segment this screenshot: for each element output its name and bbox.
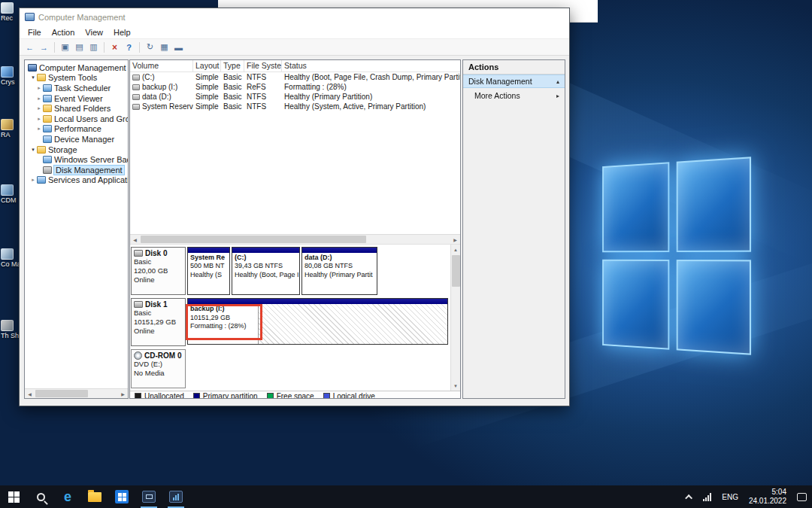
forward-icon[interactable]: → — [38, 41, 50, 53]
tree-horizontal-scrollbar[interactable]: ◀ ▶ — [25, 388, 128, 398]
export-list-icon[interactable]: ▤ — [73, 41, 86, 53]
desktop-icon[interactable]: Crys — [1, 66, 20, 87]
scroll-down-icon[interactable]: ▼ — [451, 381, 460, 391]
column-type[interactable]: Type — [221, 60, 244, 71]
delete-icon[interactable]: × — [108, 41, 121, 53]
show-console-tree-icon[interactable]: ▣ — [59, 41, 71, 53]
cdrom-label[interactable]: CD-ROM 0 DVD (E:) No Media — [131, 349, 186, 388]
partition-system-reserved[interactable]: System Re 500 MB NT Healthy (S — [187, 247, 230, 295]
chevron-down-icon[interactable]: ▾ — [29, 75, 37, 81]
column-status[interactable]: Status — [282, 60, 460, 71]
task-scheduler-icon — [43, 84, 52, 92]
tray-language[interactable]: ENG — [717, 485, 744, 508]
table-row[interactable]: (C:) Simple Basic NTFS Healthy (Boot, Pa… — [130, 72, 460, 82]
collapse-icon[interactable]: ▴ — [556, 78, 559, 85]
cdrom-row: CD-ROM 0 DVD (E:) No Media — [131, 349, 450, 388]
chevron-right-icon[interactable]: ▸ — [35, 105, 43, 111]
taskbar-file-explorer-button[interactable] — [81, 485, 108, 508]
tree-item-label: Services and Applications — [48, 175, 128, 184]
tree-item-task-scheduler[interactable]: ▸ Task Scheduler — [25, 83, 128, 93]
help-icon[interactable]: ? — [123, 41, 135, 53]
window-content: Computer Management (Local ▾ System Tool… — [20, 58, 569, 399]
scrollbar-thumb[interactable] — [141, 236, 366, 243]
tray-clock[interactable]: 5:04 24.01.2022 — [744, 485, 792, 508]
windows-logo-pane — [602, 260, 669, 350]
tree-item-label: Task Scheduler — [54, 84, 111, 93]
disk1-label[interactable]: Disk 1 Basic 10151,29 GB Online — [131, 298, 186, 346]
taskbar-app-button[interactable] — [162, 485, 189, 508]
tree-item-system-tools[interactable]: ▾ System Tools — [25, 73, 128, 84]
partition-c[interactable]: (C:) 39,43 GB NTFS Healthy (Boot, Page I — [232, 247, 300, 295]
tree-item-label: Storage — [48, 145, 77, 154]
cell-type: Basic — [221, 83, 244, 91]
tray-network[interactable] — [698, 485, 717, 508]
chevron-right-icon[interactable]: ▸ — [35, 116, 43, 122]
chevron-down-icon[interactable]: ▾ — [29, 147, 37, 153]
scroll-right-icon[interactable]: ▶ — [118, 389, 128, 398]
scroll-up-icon[interactable]: ▲ — [451, 245, 460, 254]
desktop-icon[interactable]: Rec — [1, 2, 20, 23]
back-icon[interactable]: ← — [23, 41, 36, 53]
tree-item-device-manager[interactable]: Device Manager — [25, 134, 128, 144]
chevron-right-icon[interactable]: ▸ — [35, 96, 43, 102]
scrollbar-thumb[interactable] — [35, 390, 88, 397]
start-button[interactable] — [0, 485, 27, 508]
tree-item-local-users-groups[interactable]: ▸ Local Users and Groups — [25, 114, 128, 124]
tray-action-center[interactable] — [792, 485, 812, 508]
scroll-left-icon[interactable]: ◀ — [25, 389, 35, 398]
refresh-icon[interactable]: ↻ — [144, 41, 156, 53]
chevron-right-icon[interactable]: ▸ — [29, 177, 37, 183]
desktop-icon[interactable]: Th Sh — [1, 320, 20, 340]
folder-icon — [88, 492, 102, 502]
tree-item-storage[interactable]: ▾ Storage — [25, 144, 128, 155]
legend-logical-drive: Logical drive — [323, 392, 375, 399]
partition-backup-i[interactable]: backup (I:) 10151,29 GB Formatting : (28… — [187, 298, 448, 345]
tree-item-services-applications[interactable]: ▸ Services and Applications — [25, 175, 128, 186]
disk-view-icon[interactable]: ▬ — [172, 41, 185, 53]
column-file-system[interactable]: File System — [244, 60, 282, 71]
disk-icon — [134, 301, 143, 308]
chevron-right-icon[interactable]: ▸ — [35, 85, 43, 91]
tree-item-event-viewer[interactable]: ▸ Event Viewer — [25, 93, 128, 104]
scroll-right-icon[interactable]: ▶ — [450, 235, 460, 244]
menu-action[interactable]: Action — [47, 27, 80, 38]
taskbar-store-button[interactable] — [108, 485, 135, 508]
column-volume[interactable]: Volume — [130, 60, 193, 71]
table-row[interactable]: backup (I:) Simple Basic ReFS Formatting… — [130, 82, 460, 92]
tree-item-root[interactable]: Computer Management (Local — [25, 62, 128, 73]
details-view-icon[interactable]: ▦ — [158, 41, 171, 53]
desktop-icon[interactable]: Co Man — [1, 248, 20, 269]
disk-size: 120,00 GB — [134, 266, 183, 275]
disk0-label[interactable]: Disk 0 Basic 120,00 GB Online — [131, 247, 186, 295]
title-bar[interactable]: Computer Management — [20, 8, 569, 26]
chevron-right-icon[interactable]: ▸ — [35, 126, 43, 132]
action-disk-management[interactable]: Disk Management ▴ — [463, 75, 565, 88]
tray-show-hidden-icons[interactable] — [682, 485, 698, 508]
tree-item-disk-management[interactable]: Disk Management — [25, 165, 128, 175]
action-more-actions[interactable]: More Actions ▸ — [463, 90, 565, 102]
chevron-right-icon[interactable]: ▸ — [556, 93, 559, 99]
scroll-left-icon[interactable]: ◀ — [130, 235, 140, 244]
cell-status: Healthy (Boot, Page File, Crash Dump, Pr… — [282, 73, 460, 81]
taskbar-edge-button[interactable]: e — [54, 485, 81, 508]
menu-file[interactable]: File — [23, 27, 47, 38]
desktop-icon[interactable]: RA — [1, 119, 20, 139]
tree-item-performance[interactable]: ▸ Performance — [25, 124, 128, 135]
taskbar-search-button[interactable] — [27, 485, 54, 508]
table-row[interactable]: System Reserved Simple Basic NTFS Health… — [130, 102, 460, 111]
column-layout[interactable]: Layout — [193, 60, 221, 71]
table-row[interactable]: data (D:) Simple Basic NTFS Healthy (Pri… — [130, 92, 460, 102]
scrollbar-thumb[interactable] — [452, 255, 460, 287]
menu-view[interactable]: View — [80, 27, 108, 38]
window-title: Computer Management — [38, 13, 126, 22]
taskbar-computer-management-button[interactable] — [135, 485, 162, 508]
partition-data-d[interactable]: data (D:) 80,08 GB NTFS Healthy (Primary… — [301, 247, 377, 295]
properties-icon[interactable]: ▥ — [87, 41, 100, 53]
tree-item-shared-folders[interactable]: ▸ Shared Folders — [25, 103, 128, 114]
disk-app-icon — [169, 491, 183, 503]
menu-help[interactable]: Help — [108, 27, 136, 38]
disk-view-vertical-scrollbar[interactable]: ▲ ▼ — [450, 245, 460, 391]
tree-item-windows-server-backup[interactable]: Windows Server Backup — [25, 154, 128, 165]
volume-list-horizontal-scrollbar[interactable]: ◀ ▶ — [130, 234, 460, 244]
desktop-icon[interactable]: CDM — [1, 184, 20, 205]
